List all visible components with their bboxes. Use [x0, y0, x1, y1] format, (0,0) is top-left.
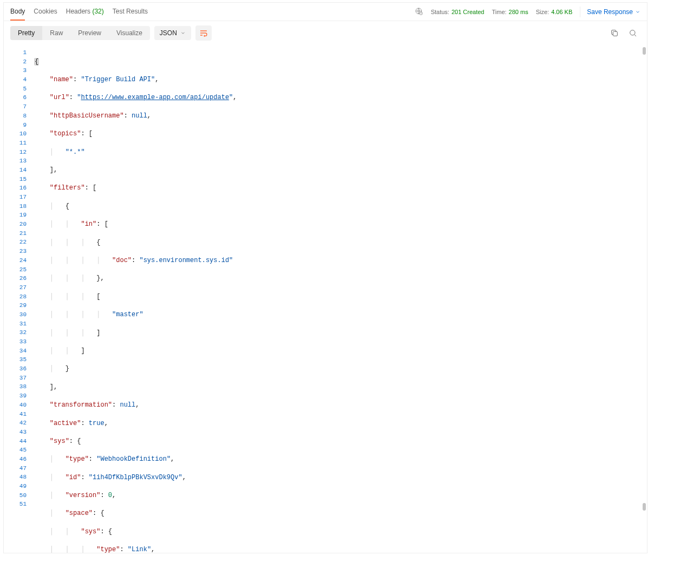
copy-icon[interactable] [610, 29, 619, 37]
meta-status-value: 201 Created [452, 9, 485, 15]
meta-time-value: 280 ms [509, 9, 528, 15]
view-raw-button[interactable]: Raw [42, 26, 70, 40]
view-pretty-button[interactable]: Pretty [10, 26, 42, 40]
svg-point-3 [630, 30, 635, 35]
scrollbar-thumb-bottom[interactable] [643, 503, 646, 511]
search-icon[interactable] [629, 29, 637, 37]
toolbar-left: Pretty Raw Preview Visualize JSON [10, 25, 212, 41]
tab-test-results[interactable]: Test Results [113, 3, 148, 21]
response-tabs: Body Cookies Headers (32) Test Results [10, 3, 148, 21]
network-icon[interactable] [415, 7, 423, 17]
meta-time[interactable]: Time: 280 ms [492, 9, 528, 15]
tab-headers[interactable]: Headers (32) [66, 3, 104, 21]
response-panel: Body Cookies Headers (32) Test Results S… [3, 2, 647, 553]
svg-rect-2 [613, 31, 617, 36]
view-mode-segment: Pretty Raw Preview Visualize [10, 26, 150, 40]
meta-size-label: Size: [536, 9, 549, 15]
meta-time-label: Time: [492, 9, 506, 15]
format-select-label: JSON [160, 29, 177, 37]
toolbar-right [610, 29, 640, 37]
meta-size[interactable]: Size: 4.06 KB [536, 9, 573, 15]
wrap-lines-button[interactable] [195, 25, 212, 41]
response-topbar: Body Cookies Headers (32) Test Results S… [4, 3, 647, 21]
view-preview-button[interactable]: Preview [70, 26, 109, 40]
scrollbar-thumb-top[interactable] [643, 47, 646, 55]
meta-status-label: Status: [431, 9, 449, 15]
line-gutter: 1234567891011121314151617181920212223242… [4, 45, 31, 553]
response-meta: Status: 201 Created Time: 280 ms Size: 4… [415, 6, 640, 17]
meta-size-value: 4.06 KB [551, 9, 572, 15]
tab-headers-count: (32) [92, 8, 103, 15]
json-code[interactable]: { "name": "Trigger Build API", "url": "h… [31, 45, 647, 553]
tab-cookies[interactable]: Cookies [34, 3, 57, 21]
save-response-label: Save Response [587, 8, 633, 16]
view-visualize-button[interactable]: Visualize [109, 26, 150, 40]
tab-body[interactable]: Body [10, 3, 25, 21]
response-toolbar: Pretty Raw Preview Visualize JSON [4, 21, 647, 45]
tab-headers-label: Headers [66, 8, 90, 15]
format-select[interactable]: JSON [154, 26, 191, 40]
save-response-button[interactable]: Save Response [580, 6, 640, 17]
meta-status[interactable]: Status: 201 Created [431, 9, 485, 15]
response-body-viewer[interactable]: 1234567891011121314151617181920212223242… [4, 45, 647, 553]
